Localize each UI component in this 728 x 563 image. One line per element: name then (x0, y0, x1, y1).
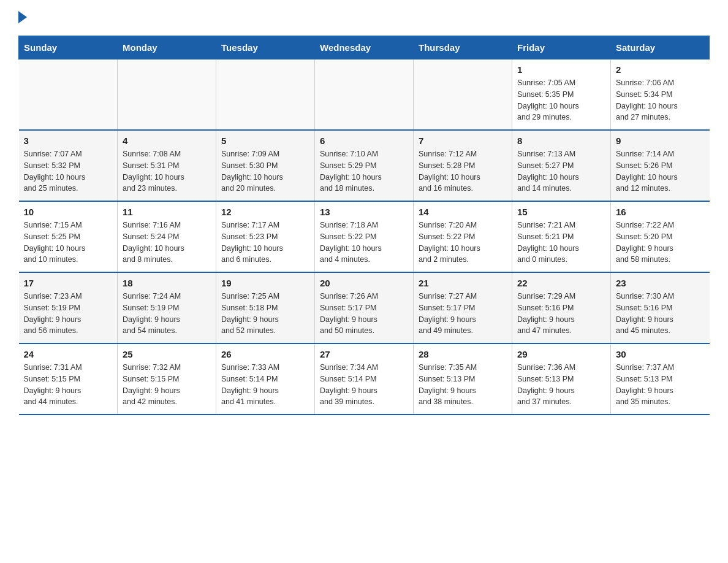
calendar-cell: 18Sunrise: 7:24 AM Sunset: 5:19 PM Dayli… (118, 272, 216, 343)
calendar-cell: 28Sunrise: 7:35 AM Sunset: 5:13 PM Dayli… (414, 343, 512, 415)
day-info: Sunrise: 7:14 AM Sunset: 5:26 PM Dayligh… (616, 148, 705, 194)
day-number: 9 (616, 136, 705, 146)
logo-arrow-icon (18, 11, 27, 23)
day-info: Sunrise: 7:32 AM Sunset: 5:15 PM Dayligh… (123, 362, 211, 408)
calendar-cell: 7Sunrise: 7:12 AM Sunset: 5:28 PM Daylig… (414, 130, 512, 201)
calendar-cell: 22Sunrise: 7:29 AM Sunset: 5:16 PM Dayli… (512, 272, 611, 343)
calendar-cell: 3Sunrise: 7:07 AM Sunset: 5:32 PM Daylig… (19, 130, 118, 201)
day-info: Sunrise: 7:33 AM Sunset: 5:14 PM Dayligh… (221, 362, 309, 408)
day-number: 25 (123, 349, 211, 359)
calendar-cell (216, 59, 315, 131)
day-number: 22 (517, 278, 605, 288)
calendar-cell: 8Sunrise: 7:13 AM Sunset: 5:27 PM Daylig… (512, 130, 611, 201)
day-info: Sunrise: 7:21 AM Sunset: 5:21 PM Dayligh… (517, 220, 605, 266)
day-number: 3 (24, 136, 113, 146)
week-row-1: 1Sunrise: 7:05 AM Sunset: 5:35 PM Daylig… (19, 59, 710, 131)
calendar-cell: 23Sunrise: 7:30 AM Sunset: 5:16 PM Dayli… (611, 272, 710, 343)
day-number: 18 (123, 278, 211, 288)
day-info: Sunrise: 7:36 AM Sunset: 5:13 PM Dayligh… (517, 362, 605, 408)
calendar-table: SundayMondayTuesdayWednesdayThursdayFrid… (18, 36, 710, 415)
day-info: Sunrise: 7:20 AM Sunset: 5:22 PM Dayligh… (419, 220, 507, 266)
day-info: Sunrise: 7:25 AM Sunset: 5:18 PM Dayligh… (221, 291, 309, 337)
day-info: Sunrise: 7:26 AM Sunset: 5:17 PM Dayligh… (320, 291, 408, 337)
day-info: Sunrise: 7:10 AM Sunset: 5:29 PM Dayligh… (320, 148, 408, 194)
calendar-cell: 11Sunrise: 7:16 AM Sunset: 5:24 PM Dayli… (118, 201, 216, 272)
day-info: Sunrise: 7:15 AM Sunset: 5:25 PM Dayligh… (24, 220, 113, 266)
day-number: 2 (616, 64, 705, 75)
calendar-cell: 2Sunrise: 7:06 AM Sunset: 5:34 PM Daylig… (611, 59, 710, 131)
day-number: 10 (24, 207, 113, 217)
day-info: Sunrise: 7:35 AM Sunset: 5:13 PM Dayligh… (419, 362, 507, 408)
day-number: 4 (123, 136, 211, 146)
day-number: 16 (616, 207, 705, 217)
day-info: Sunrise: 7:22 AM Sunset: 5:20 PM Dayligh… (616, 220, 705, 266)
day-number: 19 (221, 278, 309, 288)
day-number: 12 (221, 207, 309, 217)
day-info: Sunrise: 7:37 AM Sunset: 5:13 PM Dayligh… (616, 362, 705, 408)
day-number: 28 (419, 349, 507, 359)
calendar-cell: 26Sunrise: 7:33 AM Sunset: 5:14 PM Dayli… (216, 343, 315, 415)
day-info: Sunrise: 7:07 AM Sunset: 5:32 PM Dayligh… (24, 148, 113, 194)
day-info: Sunrise: 7:30 AM Sunset: 5:16 PM Dayligh… (616, 291, 705, 337)
calendar-cell: 20Sunrise: 7:26 AM Sunset: 5:17 PM Dayli… (315, 272, 414, 343)
calendar-cell: 4Sunrise: 7:08 AM Sunset: 5:31 PM Daylig… (118, 130, 216, 201)
calendar-cell: 14Sunrise: 7:20 AM Sunset: 5:22 PM Dayli… (414, 201, 512, 272)
day-number: 8 (517, 136, 605, 146)
weekday-header-saturday: Saturday (611, 36, 710, 59)
calendar-cell: 1Sunrise: 7:05 AM Sunset: 5:35 PM Daylig… (512, 59, 611, 131)
week-row-4: 17Sunrise: 7:23 AM Sunset: 5:19 PM Dayli… (19, 272, 710, 343)
day-number: 21 (419, 278, 507, 288)
weekday-header-tuesday: Tuesday (216, 36, 315, 59)
weekday-header-row: SundayMondayTuesdayWednesdayThursdayFrid… (19, 36, 710, 59)
day-info: Sunrise: 7:13 AM Sunset: 5:27 PM Dayligh… (517, 148, 605, 194)
day-info: Sunrise: 7:27 AM Sunset: 5:17 PM Dayligh… (419, 291, 507, 337)
day-info: Sunrise: 7:12 AM Sunset: 5:28 PM Dayligh… (419, 148, 507, 194)
weekday-header-friday: Friday (512, 36, 611, 59)
day-info: Sunrise: 7:16 AM Sunset: 5:24 PM Dayligh… (123, 220, 211, 266)
page-header (18, 12, 710, 23)
calendar-cell: 13Sunrise: 7:18 AM Sunset: 5:22 PM Dayli… (315, 201, 414, 272)
weekday-header-monday: Monday (118, 36, 216, 59)
day-number: 30 (616, 349, 705, 359)
calendar-cell (315, 59, 414, 131)
day-number: 27 (320, 349, 408, 359)
day-number: 13 (320, 207, 408, 217)
week-row-2: 3Sunrise: 7:07 AM Sunset: 5:32 PM Daylig… (19, 130, 710, 201)
calendar-cell: 17Sunrise: 7:23 AM Sunset: 5:19 PM Dayli… (19, 272, 118, 343)
day-info: Sunrise: 7:29 AM Sunset: 5:16 PM Dayligh… (517, 291, 605, 337)
day-number: 11 (123, 207, 211, 217)
day-info: Sunrise: 7:34 AM Sunset: 5:14 PM Dayligh… (320, 362, 408, 408)
calendar-cell: 5Sunrise: 7:09 AM Sunset: 5:30 PM Daylig… (216, 130, 315, 201)
calendar-cell (19, 59, 118, 131)
calendar-cell (118, 59, 216, 131)
day-number: 29 (517, 349, 605, 359)
calendar-cell: 10Sunrise: 7:15 AM Sunset: 5:25 PM Dayli… (19, 201, 118, 272)
calendar-cell: 12Sunrise: 7:17 AM Sunset: 5:23 PM Dayli… (216, 201, 315, 272)
calendar-cell: 25Sunrise: 7:32 AM Sunset: 5:15 PM Dayli… (118, 343, 216, 415)
day-number: 7 (419, 136, 507, 146)
day-number: 15 (517, 207, 605, 217)
day-number: 24 (24, 349, 113, 359)
day-info: Sunrise: 7:24 AM Sunset: 5:19 PM Dayligh… (123, 291, 211, 337)
day-info: Sunrise: 7:05 AM Sunset: 5:35 PM Dayligh… (517, 77, 605, 123)
day-number: 6 (320, 136, 408, 146)
day-number: 20 (320, 278, 408, 288)
day-info: Sunrise: 7:23 AM Sunset: 5:19 PM Dayligh… (24, 291, 113, 337)
calendar-cell: 27Sunrise: 7:34 AM Sunset: 5:14 PM Dayli… (315, 343, 414, 415)
day-info: Sunrise: 7:31 AM Sunset: 5:15 PM Dayligh… (24, 362, 113, 408)
day-number: 26 (221, 349, 309, 359)
day-number: 1 (517, 64, 605, 75)
day-number: 23 (616, 278, 705, 288)
calendar-cell: 15Sunrise: 7:21 AM Sunset: 5:21 PM Dayli… (512, 201, 611, 272)
day-info: Sunrise: 7:06 AM Sunset: 5:34 PM Dayligh… (616, 77, 705, 123)
day-number: 5 (221, 136, 309, 146)
day-info: Sunrise: 7:09 AM Sunset: 5:30 PM Dayligh… (221, 148, 309, 194)
logo (18, 12, 27, 23)
calendar-cell: 21Sunrise: 7:27 AM Sunset: 5:17 PM Dayli… (414, 272, 512, 343)
day-info: Sunrise: 7:18 AM Sunset: 5:22 PM Dayligh… (320, 220, 408, 266)
calendar-cell (414, 59, 512, 131)
day-info: Sunrise: 7:08 AM Sunset: 5:31 PM Dayligh… (123, 148, 211, 194)
day-number: 14 (419, 207, 507, 217)
day-number: 17 (24, 278, 113, 288)
calendar-cell: 6Sunrise: 7:10 AM Sunset: 5:29 PM Daylig… (315, 130, 414, 201)
